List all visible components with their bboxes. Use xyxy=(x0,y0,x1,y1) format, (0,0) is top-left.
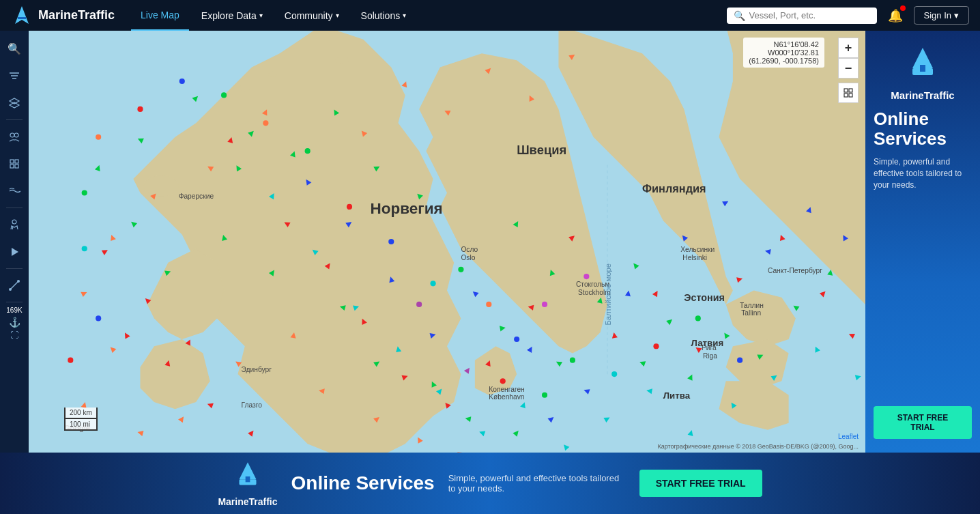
right-panel-logo-icon xyxy=(902,44,943,85)
svg-marker-6 xyxy=(10,102,19,108)
svg-text:Санкт-Петербург: Санкт-Петербург xyxy=(768,267,822,274)
sidebar-layers-btn[interactable] xyxy=(2,91,27,115)
nav-live-map[interactable]: Live Map xyxy=(131,0,189,31)
bottom-banner: MarineTraffic Online Services Simple, po… xyxy=(0,453,980,514)
svg-point-152 xyxy=(514,337,519,342)
svg-point-173 xyxy=(82,246,87,251)
navbar-links: Live Map Explore Data ▾ Community ▾ Solu… xyxy=(131,0,726,31)
svg-marker-0 xyxy=(15,6,29,24)
sidebar: 🔍 xyxy=(0,31,29,453)
svg-rect-10 xyxy=(15,160,18,163)
svg-point-157 xyxy=(737,358,743,363)
map-controls: + − xyxy=(838,38,859,103)
svg-point-162 xyxy=(388,239,394,244)
layer-toggle-button[interactable] xyxy=(838,83,859,103)
community-chevron: ▾ xyxy=(336,12,339,19)
svg-rect-9 xyxy=(10,160,14,163)
zoom-out-button[interactable]: − xyxy=(838,58,859,78)
map-layer-icon xyxy=(843,87,854,98)
navbar: MarineTraffic Live Map Explore Data ▾ Co… xyxy=(0,0,980,31)
zoom-in-button[interactable]: + xyxy=(838,38,859,58)
banner-title: Online Services xyxy=(291,472,435,494)
svg-rect-181 xyxy=(844,94,848,97)
sidebar-play-btn[interactable] xyxy=(2,240,27,264)
svg-text:Oslo: Oslo xyxy=(461,254,475,261)
svg-text:Финляндия: Финляндия xyxy=(642,182,706,195)
right-panel-description: Simple, powerful and effective tools tai… xyxy=(874,156,972,190)
notification-badge xyxy=(900,5,906,11)
notification-button[interactable]: 🔔 xyxy=(882,5,908,26)
coordinates-display: N61°16'08.42 W000°10'32.81 (61.2690, -00… xyxy=(743,38,824,68)
layers-icon xyxy=(8,97,20,109)
svg-point-154 xyxy=(611,371,617,377)
svg-point-161 xyxy=(430,281,435,286)
nav-community[interactable]: Community ▾ xyxy=(275,0,349,31)
play-icon xyxy=(8,246,20,258)
sidebar-filter-btn[interactable] xyxy=(2,63,27,88)
map-copyright: Картографические данные © 2018 GeoBasis-… xyxy=(658,443,859,450)
svg-point-156 xyxy=(695,315,701,321)
svg-rect-185 xyxy=(920,65,925,72)
svg-point-16 xyxy=(9,288,12,291)
svg-point-22 xyxy=(336,57,349,63)
sidebar-search-btn[interactable]: 🔍 xyxy=(2,36,27,61)
signin-button[interactable]: Sign In ▾ xyxy=(914,6,969,25)
navbar-right: 🔍 🔔 Sign In ▾ xyxy=(727,5,969,26)
svg-point-171 xyxy=(96,315,101,321)
logo-icon xyxy=(11,5,33,27)
svg-text:Эдинбург: Эдинбург xyxy=(242,366,272,373)
banner-description: Simple, powerful and effective tools tai… xyxy=(448,473,626,494)
svg-point-8 xyxy=(14,133,18,137)
svg-point-153 xyxy=(570,358,575,363)
svg-text:Эстония: Эстония xyxy=(684,292,724,303)
svg-text:Швеция: Швеция xyxy=(517,143,566,157)
banner-trial-button[interactable]: START FREE TRIAL xyxy=(639,470,762,497)
nav-solutions[interactable]: Solutions ▾ xyxy=(351,0,416,31)
vessel-count: 169K xyxy=(6,306,22,314)
sidebar-divider-2 xyxy=(6,208,23,208)
sidebar-person-btn[interactable] xyxy=(2,212,27,237)
svg-point-167 xyxy=(179,78,185,84)
svg-rect-182 xyxy=(849,94,852,97)
nav-explore-data[interactable]: Explore Data ▾ xyxy=(192,0,272,31)
right-panel: MarineTraffic Online Services Simple, po… xyxy=(865,31,980,453)
svg-point-163 xyxy=(347,204,352,210)
svg-point-19 xyxy=(144,175,179,197)
stack-icon xyxy=(8,158,20,170)
sidebar-fullscreen-btn[interactable]: ⛶ xyxy=(10,330,18,340)
start-trial-button[interactable]: START FREE TRIAL xyxy=(874,406,972,439)
scale-km: 200 km xyxy=(64,408,98,419)
sidebar-divider-4 xyxy=(6,302,23,302)
right-panel-title: Online Services xyxy=(874,109,972,148)
svg-rect-12 xyxy=(15,165,18,168)
search-bar[interactable]: 🔍 xyxy=(727,8,877,24)
svg-text:Фарерские: Фарерские xyxy=(179,192,214,200)
banner-logo: MarineTraffic xyxy=(218,459,277,507)
svg-point-17 xyxy=(17,280,20,283)
svg-rect-179 xyxy=(844,89,848,92)
sidebar-stack-btn[interactable] xyxy=(2,152,27,176)
banner-logo-icon xyxy=(231,459,265,494)
svg-point-164 xyxy=(305,148,311,154)
sidebar-anchor-btn[interactable]: ⚓ xyxy=(9,317,20,328)
signin-chevron: ▾ xyxy=(954,10,959,20)
sidebar-divider-1 xyxy=(6,119,23,120)
main-content: 🔍 xyxy=(0,31,980,453)
sidebar-group-btn[interactable] xyxy=(2,124,27,149)
sidebar-ruler-btn[interactable] xyxy=(2,273,27,298)
svg-point-20 xyxy=(240,85,250,91)
search-input[interactable] xyxy=(749,10,870,20)
svg-point-21 xyxy=(268,72,276,77)
map-background: Норвегия Швеция Финляндия Эстония Латвия… xyxy=(29,31,865,453)
svg-rect-188 xyxy=(246,476,250,482)
map-scale: 200 km 100 mi xyxy=(64,408,98,431)
leaflet-link[interactable]: Leaflet xyxy=(838,433,859,440)
svg-point-158 xyxy=(500,378,506,384)
logo-text: MarineTraffic xyxy=(38,8,115,23)
svg-point-169 xyxy=(96,134,101,140)
svg-point-159 xyxy=(542,392,547,398)
person-icon xyxy=(8,218,20,231)
navbar-logo[interactable]: MarineTraffic xyxy=(11,5,115,27)
sidebar-wind-btn[interactable] xyxy=(2,179,27,203)
map-area[interactable]: Норвегия Швеция Финляндия Эстония Латвия… xyxy=(29,31,865,453)
